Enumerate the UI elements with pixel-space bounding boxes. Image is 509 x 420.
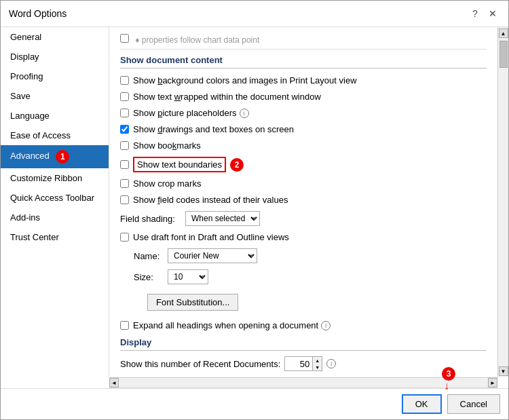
label-drawings: Show drawings and text boxes on screen	[133, 124, 294, 134]
scroll-right-arrow[interactable]: ►	[488, 378, 497, 387]
show-recent-row: Show this number of Recent Documents: ▲ …	[120, 356, 487, 371]
font-subst-button[interactable]: Font Substitution...	[147, 294, 238, 311]
option-row-bg-colors: Show background colors and images in Pri…	[120, 74, 487, 87]
sidebar-item-customize-ribbon[interactable]: Customize Ribbon	[1, 168, 109, 188]
font-size-select-wrapper[interactable]: 8 9 10 11 12	[168, 269, 208, 284]
option-row-text-boundaries: Show text boundaries 2	[120, 155, 487, 174]
label-picture-placeholders: Show picture placeholders	[133, 108, 237, 118]
dialog-title: Word Options	[9, 8, 67, 19]
dialog-body: General Display Proofing Save Language E…	[1, 27, 508, 377]
show-recent-label: Show this number of Recent Documents:	[120, 359, 280, 369]
info-icon-picture: i	[240, 109, 249, 118]
field-shading-row: Field shading: Never Always When selecte…	[120, 210, 487, 227]
scroll-track	[499, 38, 508, 366]
font-subst-wrapper: Font Substitution...	[134, 290, 487, 315]
checkbox-draft-font[interactable]	[120, 233, 129, 242]
checkbox-bg-colors[interactable]	[120, 76, 129, 85]
sidebar-item-save[interactable]: Save	[1, 86, 109, 106]
font-size-select[interactable]: 8 9 10 11 12	[168, 269, 208, 284]
recent-docs-input[interactable]	[285, 357, 312, 370]
sidebar-item-add-ins[interactable]: Add-ins	[1, 208, 109, 227]
field-shading-label: Field shading:	[120, 214, 181, 224]
font-name-row: Name: Courier New Arial Times New Roman	[120, 247, 487, 265]
option-row-bookmarks: Show bookmarks	[120, 139, 487, 152]
font-size-row: Size: 8 9 10 11 12	[120, 268, 487, 286]
cancel-button[interactable]: Cancel	[447, 394, 500, 414]
checkbox-bookmarks[interactable]	[120, 141, 129, 150]
badge3-container: 3 ↓	[438, 367, 455, 392]
advanced-badge: 1	[56, 150, 69, 164]
top-faded-checkbox[interactable]	[120, 34, 129, 43]
sidebar-item-language[interactable]: Language	[1, 106, 109, 126]
label-draft-font: Use draft font in Draft and Outline view…	[133, 232, 289, 242]
sidebar-item-general[interactable]: General	[1, 27, 109, 47]
main-content: ♦ properties follow chart data point Sho…	[109, 27, 497, 377]
label-crop-marks: Show crop marks	[133, 178, 201, 189]
title-bar: Word Options ? ✕	[1, 1, 508, 27]
sidebar-item-advanced[interactable]: Advanced 1	[1, 145, 109, 168]
spinner-up[interactable]: ▲	[313, 357, 322, 364]
label-text-wrapped: Show text wrapped within the document wi…	[133, 92, 321, 102]
checkbox-drawings[interactable]	[120, 125, 129, 134]
option-row-drawings: Show drawings and text boxes on screen	[120, 123, 487, 136]
title-bar-buttons: ? ✕	[468, 6, 500, 21]
scroll-down-arrow[interactable]: ▼	[499, 366, 508, 376]
info-icon-expand-headings: i	[321, 321, 331, 330]
option-row-draft-font: Use draft font in Draft and Outline view…	[120, 231, 487, 244]
font-name-label: Name:	[134, 251, 164, 261]
font-name-select[interactable]: Courier New Arial Times New Roman	[168, 248, 257, 263]
scroll-thumb[interactable]	[499, 41, 508, 68]
option-row-crop-marks: Show crop marks	[120, 177, 487, 190]
scroll-up-arrow[interactable]: ▲	[499, 28, 508, 38]
ok-badge: 3	[442, 367, 455, 381]
word-options-dialog: Word Options ? ✕ General Display Proofin…	[0, 0, 509, 420]
label-expand-headings: Expand all headings when opening a docum…	[133, 320, 318, 330]
top-faded-text: ♦ properties follow chart data point	[120, 34, 487, 50]
dialog-footer: OK Cancel 3 ↓	[1, 388, 508, 419]
spinner-down[interactable]: ▼	[313, 364, 322, 370]
section1-header: Show document content	[120, 55, 487, 69]
font-size-label: Size:	[134, 272, 164, 282]
sidebar-item-trust-center[interactable]: Trust Center	[1, 227, 109, 247]
field-shading-select-wrapper[interactable]: Never Always When selected	[185, 211, 260, 226]
content-scroll: ♦ properties follow chart data point Sho…	[109, 27, 497, 377]
field-shading-select[interactable]: Never Always When selected	[185, 211, 260, 226]
checkbox-field-codes[interactable]	[120, 195, 129, 204]
number-input-wrapper: ▲ ▼	[284, 356, 322, 371]
ok-button[interactable]: OK	[402, 394, 442, 414]
option-row-text-wrapped: Show text wrapped within the document wi…	[120, 90, 487, 103]
number-spinners: ▲ ▼	[312, 357, 322, 370]
sidebar-item-proofing[interactable]: Proofing	[1, 66, 109, 86]
checkbox-text-boundaries[interactable]	[120, 160, 129, 169]
arrow-down-icon: ↓	[444, 381, 449, 392]
sidebar-item-quick-access-toolbar[interactable]: Quick Access Toolbar	[1, 188, 109, 208]
section2-header: Display	[120, 337, 487, 351]
scroll-left-arrow[interactable]: ◄	[109, 378, 119, 387]
checkbox-text-wrapped[interactable]	[120, 92, 129, 101]
checkbox-expand-headings[interactable]	[120, 321, 129, 330]
close-button[interactable]: ✕	[485, 6, 500, 21]
option-row-expand-headings: Expand all headings when opening a docum…	[120, 319, 487, 332]
label-text-boundaries: Show text boundaries	[137, 159, 222, 170]
text-boundaries-highlight: Show text boundaries	[133, 157, 226, 172]
text-boundaries-badge: 2	[230, 158, 244, 172]
content-wrapper: ♦ properties follow chart data point Sho…	[109, 27, 508, 377]
font-name-select-wrapper[interactable]: Courier New Arial Times New Roman	[168, 248, 257, 263]
label-field-codes: Show field codes instead of their values	[133, 195, 288, 205]
sidebar: General Display Proofing Save Language E…	[1, 27, 109, 377]
help-button[interactable]: ?	[468, 6, 483, 21]
checkbox-crop-marks[interactable]	[120, 179, 129, 188]
info-icon-recent: i	[326, 359, 336, 368]
label-bookmarks: Show bookmarks	[133, 140, 201, 151]
option-row-field-codes: Show field codes instead of their values	[120, 193, 487, 206]
checkbox-picture-placeholders[interactable]	[120, 109, 129, 117]
option-row-picture-placeholders: Show picture placeholders i	[120, 107, 487, 119]
sidebar-item-display[interactable]: Display	[1, 47, 109, 66]
label-bg-colors: Show background colors and images in Pri…	[133, 75, 357, 85]
sidebar-item-ease-of-access[interactable]: Ease of Access	[1, 126, 109, 145]
vertical-scrollbar[interactable]: ▲ ▼	[497, 27, 508, 377]
